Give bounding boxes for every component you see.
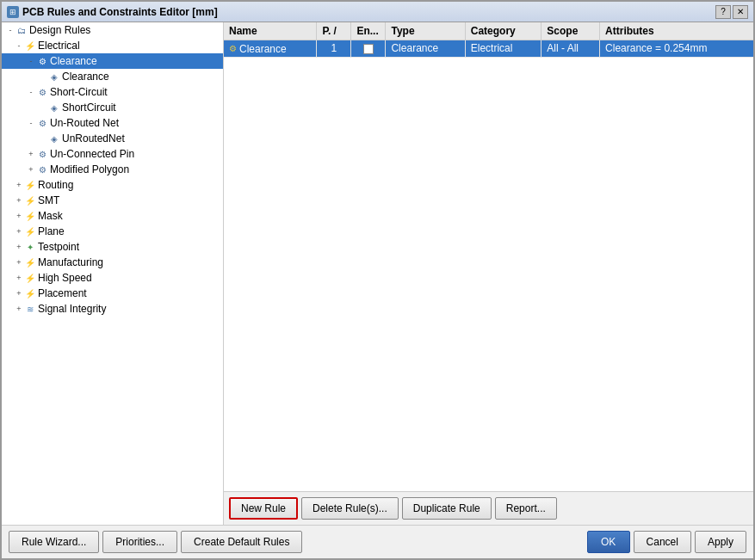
smt-icon: ⚡ [24, 194, 36, 206]
sc-child-icon: ◈ [48, 102, 60, 114]
clearance-parent-icon: ⚙ [36, 55, 48, 67]
clearance-parent-label: Clearance [50, 55, 97, 67]
routing-icon: ⚡ [24, 179, 36, 191]
duplicate-rule-button[interactable]: Duplicate Rule [402, 497, 492, 520]
window-title: PCB Rules and Constraints Editor [mm] [22, 6, 218, 18]
tree-item-high-speed[interactable]: + ⚡ High Speed [2, 270, 223, 286]
apply-button[interactable]: Apply [695, 531, 746, 553]
expand-sc-child [38, 102, 48, 113]
tree-item-design-rules[interactable]: - 🗂 Design Rules [2, 22, 223, 38]
tree-item-placement[interactable]: + ⚡ Placement [2, 286, 223, 301]
expand-high-speed[interactable]: + [14, 273, 24, 283]
expand-design-rules[interactable]: - [5, 25, 15, 35]
title-controls: ? ✕ [715, 5, 748, 19]
mask-icon: ⚡ [24, 210, 36, 222]
expand-clearance[interactable]: - [26, 56, 36, 66]
expand-signal-integrity[interactable]: + [14, 304, 24, 314]
tree-item-modified-polygon[interactable]: + ⚙ Modified Polygon [2, 162, 223, 177]
tree-item-manufacturing[interactable]: + ⚡ Manufacturing [2, 255, 223, 270]
expand-short-circuit[interactable]: - [26, 87, 36, 97]
tree-item-unrouted-net[interactable]: - ⚙ Un-Routed Net [2, 115, 223, 131]
tree-item-electrical[interactable]: - ⚡ Electrical [2, 38, 223, 53]
tree-item-clearance-parent[interactable]: - ⚙ Clearance [2, 53, 223, 69]
tree-item-plane[interactable]: + ⚡ Plane [2, 224, 223, 239]
title-bar: ⊞ PCB Rules and Constraints Editor [mm] … [2, 2, 753, 22]
placement-label: Placement [38, 287, 87, 299]
design-rules-label: Design Rules [29, 24, 90, 36]
expand-smt[interactable]: + [14, 195, 24, 206]
expand-testpoint[interactable]: + [14, 242, 24, 252]
tree-item-routing[interactable]: + ⚡ Routing [2, 177, 223, 193]
expand-mask[interactable]: + [14, 211, 24, 221]
tree-item-short-circuit[interactable]: - ⚙ Short-Circuit [2, 84, 223, 100]
create-default-rules-button[interactable]: Create Default Rules [181, 531, 302, 553]
main-content: - 🗂 Design Rules - ⚡ Electrical - ⚙ Clea… [2, 22, 753, 525]
tree-item-mask[interactable]: + ⚡ Mask [2, 208, 223, 224]
unconnected-icon: ⚙ [36, 148, 48, 160]
short-circuit-icon: ⚙ [36, 86, 48, 98]
expand-electrical[interactable]: - [14, 40, 24, 51]
cancel-button[interactable]: Cancel [634, 531, 691, 553]
expand-unconnected[interactable]: + [26, 149, 36, 159]
plane-icon: ⚡ [24, 225, 36, 237]
col-priority[interactable]: P. / [317, 22, 351, 40]
routing-label: Routing [38, 179, 73, 191]
expand-plane[interactable]: + [14, 226, 24, 237]
col-name[interactable]: Name [224, 22, 317, 40]
plane-label: Plane [38, 225, 65, 237]
expand-unrouted[interactable]: - [26, 118, 36, 128]
report-button[interactable]: Report... [495, 497, 557, 520]
tree-item-signal-integrity[interactable]: + ≋ Signal Integrity [2, 301, 223, 317]
expand-modified[interactable]: + [26, 164, 36, 175]
col-type[interactable]: Type [386, 22, 465, 40]
expand-manufacturing[interactable]: + [14, 257, 24, 268]
tree-item-short-circuit-child[interactable]: ◈ ShortCircuit [2, 100, 223, 115]
col-scope[interactable]: Scope [541, 22, 600, 40]
col-attributes[interactable]: Attributes [600, 22, 753, 40]
short-circuit-label: Short-Circuit [50, 86, 108, 98]
rules-data-table: Name P. / En... Type Category Scope Attr… [224, 22, 753, 58]
main-window: ⊞ PCB Rules and Constraints Editor [mm] … [0, 0, 755, 560]
tree-item-testpoint[interactable]: + ✦ Testpoint [2, 239, 223, 255]
help-button[interactable]: ? [715, 5, 731, 19]
modified-icon: ⚙ [36, 163, 48, 175]
unconnected-label: Un-Connected Pin [50, 148, 134, 160]
unrouted-icon: ⚙ [36, 117, 48, 129]
app-icon: ⊞ [7, 6, 19, 18]
placement-icon: ⚡ [24, 287, 36, 299]
unrouted-label: Un-Routed Net [50, 117, 119, 129]
rule-name: ⚙ Clearance [224, 40, 317, 58]
sc-child-label: ShortCircuit [62, 102, 116, 114]
ok-button[interactable]: OK [587, 531, 630, 553]
table-row[interactable]: ⚙ Clearance 1 ✓ Clearance Electrical All… [224, 40, 753, 58]
electrical-icon: ⚡ [24, 40, 36, 52]
electrical-label: Electrical [38, 40, 80, 52]
rule-scope: All - All [541, 40, 600, 58]
unrouted-child-label: UnRoutedNet [62, 132, 125, 145]
testpoint-label: Testpoint [38, 241, 79, 253]
rule-enabled[interactable]: ✓ [351, 40, 386, 58]
new-rule-button[interactable]: New Rule [229, 497, 298, 520]
tree-item-unrouted-child[interactable]: ◈ UnRoutedNet [2, 131, 223, 146]
mask-label: Mask [38, 210, 63, 222]
rule-category: Electrical [465, 40, 541, 58]
testpoint-icon: ✦ [24, 241, 36, 253]
col-enabled[interactable]: En... [351, 22, 386, 40]
high-speed-label: High Speed [38, 272, 92, 284]
tree-item-unconnected-pin[interactable]: + ⚙ Un-Connected Pin [2, 146, 223, 162]
rule-wizard-button[interactable]: Rule Wizard... [9, 531, 99, 553]
signal-integrity-label: Signal Integrity [38, 303, 106, 315]
rule-attributes: Clearance = 0.254mm [600, 40, 753, 58]
close-button[interactable]: ✕ [733, 5, 748, 19]
rules-table: Name P. / En... Type Category Scope Attr… [224, 22, 753, 491]
expand-routing[interactable]: + [14, 180, 24, 190]
col-category[interactable]: Category [465, 22, 541, 40]
expand-placement[interactable]: + [14, 288, 24, 298]
rule-type: Clearance [386, 40, 465, 58]
priorities-button[interactable]: Priorities... [102, 531, 177, 553]
tree-item-smt[interactable]: + ⚡ SMT [2, 193, 223, 208]
delete-rules-button[interactable]: Delete Rule(s)... [301, 497, 399, 520]
manufacturing-icon: ⚡ [24, 256, 36, 268]
enabled-checkbox[interactable]: ✓ [363, 44, 374, 54]
tree-item-clearance-child[interactable]: ◈ Clearance [2, 69, 223, 84]
